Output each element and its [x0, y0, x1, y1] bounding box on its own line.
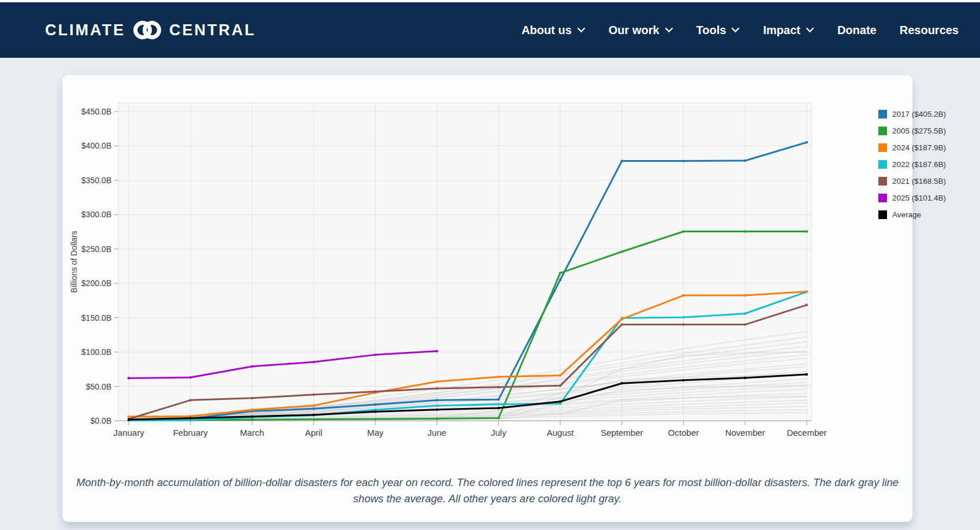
chart-caption: Month-by-month accumulation of billion-d… — [74, 475, 901, 507]
legend-label: 2005 ($275.5B) — [892, 127, 946, 135]
climate-central-logo[interactable]: CLIMATE CENTRAL — [45, 19, 256, 41]
main-nav: About usOur workToolsImpactDonateResourc… — [521, 24, 959, 37]
legend-swatch — [878, 177, 887, 186]
legend-item-average[interactable]: Average — [878, 206, 946, 223]
nav-item-label: Our work — [609, 24, 659, 37]
legend-item-2025[interactable]: 2025 ($101.4B) — [878, 190, 946, 206]
nav-item-label: Resources — [900, 24, 959, 37]
legend-swatch — [878, 127, 887, 135]
legend-item-2024[interactable]: 2024 ($187.9B) — [878, 139, 946, 156]
legend-label: 2025 ($101.4B) — [892, 194, 946, 202]
nav-item-donate[interactable]: Donate — [837, 24, 877, 37]
nav-item-label: About us — [521, 24, 572, 37]
legend-label: 2017 ($405.2B) — [892, 110, 946, 118]
logo-word-right: CENTRAL — [169, 21, 256, 39]
legend-swatch — [878, 160, 887, 169]
legend-label: 2021 ($168.5B) — [892, 177, 946, 186]
logo-word-left: CLIMATE — [45, 21, 125, 39]
legend-swatch — [878, 194, 887, 202]
legend-label: 2022 ($187.6B) — [892, 160, 946, 169]
legend-item-2022[interactable]: 2022 ($187.6B) — [878, 156, 946, 173]
legend-label: 2024 ($187.9B) — [892, 143, 946, 152]
chevron-down-icon — [731, 27, 740, 33]
legend-item-2005[interactable]: 2005 ($275.5B) — [878, 123, 946, 139]
legend-swatch — [878, 110, 887, 118]
interlocking-rings-icon — [131, 19, 163, 41]
chart-card — [62, 75, 912, 522]
nav-item-label: Donate — [837, 24, 877, 37]
legend-item-2021[interactable]: 2021 ($168.5B) — [878, 173, 946, 190]
legend-swatch — [878, 143, 887, 152]
chevron-down-icon — [665, 27, 673, 33]
nav-item-resources[interactable]: Resources — [900, 24, 959, 37]
page: CLIMATE CENTRAL About usOur workToolsImp… — [0, 0, 980, 530]
chevron-down-icon — [577, 27, 586, 33]
nav-item-impact[interactable]: Impact — [763, 24, 814, 37]
legend-label: Average — [892, 210, 921, 219]
nav-item-label: Tools — [696, 24, 726, 37]
site-header: CLIMATE CENTRAL About usOur workToolsImp… — [0, 2, 980, 58]
nav-item-tools[interactable]: Tools — [696, 24, 740, 37]
chevron-down-icon — [806, 27, 814, 33]
nav-item-label: Impact — [763, 24, 800, 37]
legend-swatch — [878, 210, 887, 219]
nav-item-about-us[interactable]: About us — [521, 24, 586, 37]
legend-item-2017[interactable]: 2017 ($405.2B) — [878, 106, 946, 123]
chart-legend: 2017 ($405.2B)2005 ($275.5B)2024 ($187.9… — [878, 106, 946, 223]
nav-item-our-work[interactable]: Our work — [609, 24, 673, 37]
